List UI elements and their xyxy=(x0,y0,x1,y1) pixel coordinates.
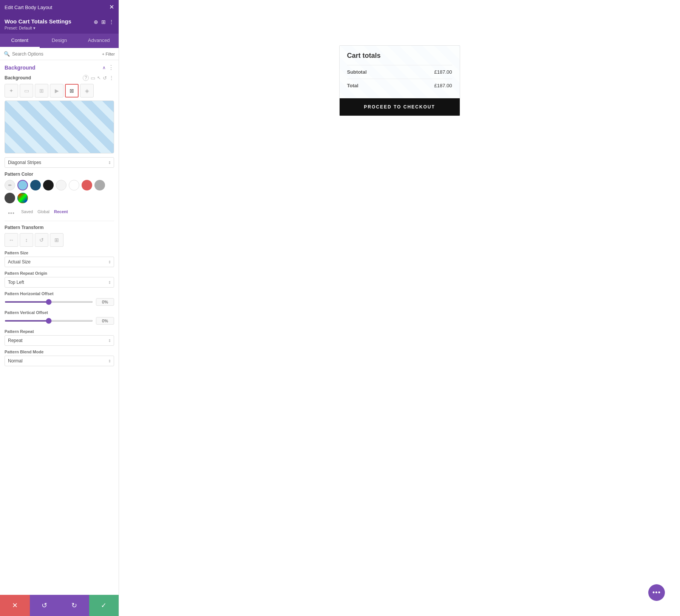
cart-widget: Cart totals Subtotal £187.00 Total £187.… xyxy=(339,45,460,116)
pattern-horizontal-offset-wrap xyxy=(5,298,114,306)
pattern-horizontal-offset-label: Pattern Horizontal Offset xyxy=(5,291,114,296)
background-label-row: Background ? ▭ ↖ ↺ ⋮ xyxy=(0,73,119,84)
pattern-vertical-offset-value[interactable] xyxy=(96,317,114,325)
module-icon-layout[interactable]: ⊞ xyxy=(101,19,106,25)
tab-bar: Content Design Advanced xyxy=(0,34,119,48)
pattern-preview xyxy=(5,101,114,153)
color-tab-global[interactable]: Global xyxy=(36,209,51,218)
color-swatch-blue-light[interactable] xyxy=(17,180,28,190)
color-swatch-black[interactable] xyxy=(43,180,54,190)
pattern-repeat-origin-field: Pattern Repeat Origin Top Left Top Cente… xyxy=(0,271,119,291)
search-input[interactable] xyxy=(12,51,100,57)
transform-flip-v[interactable]: ↕ xyxy=(20,233,33,247)
pattern-style-select[interactable]: Diagonal Stripes Horizontal Stripes Vert… xyxy=(5,157,114,168)
help-icon[interactable]: ? xyxy=(83,75,89,81)
redo-button[interactable]: ↻ xyxy=(59,595,89,616)
color-swatch-light-gray[interactable] xyxy=(56,180,66,190)
pattern-repeat-select[interactable]: Repeat Repeat X Repeat Y No Repeat xyxy=(5,335,114,346)
pattern-repeat-label: Pattern Repeat xyxy=(5,329,114,334)
module-icon-preview[interactable]: ⊕ xyxy=(94,19,98,25)
background-section-title: Background xyxy=(5,65,36,71)
main-content: Cart totals Subtotal £187.00 Total £187.… xyxy=(119,0,680,616)
cursor-icon[interactable]: ↖ xyxy=(97,75,101,80)
pattern-horizontal-offset-value[interactable] xyxy=(96,298,114,306)
subtotal-label: Subtotal xyxy=(347,69,367,75)
pattern-repeat-origin-label: Pattern Repeat Origin xyxy=(5,271,114,275)
subtotal-value: £187.00 xyxy=(434,69,452,75)
module-icon-more[interactable]: ⋮ xyxy=(109,19,114,25)
cart-row-total: Total £187.00 xyxy=(347,79,452,92)
floating-dots-button[interactable]: ••• xyxy=(648,584,665,601)
bg-type-mask[interactable]: ◈ xyxy=(80,84,94,98)
top-bar-title: Edit Cart Body Layout xyxy=(5,5,52,10)
background-section-header: Background ∧ ⋮ xyxy=(0,60,119,73)
color-more-btn[interactable]: ••• xyxy=(5,209,18,218)
background-type-row: ✦ ▭ ⊞ ▶ ⊠ ◈ xyxy=(0,84,119,101)
pattern-vertical-offset-section: Pattern Vertical Offset xyxy=(0,310,119,329)
collapse-icon[interactable]: ∧ xyxy=(102,65,106,70)
pattern-style-field: Diagonal Stripes Horizontal Stripes Vert… xyxy=(0,157,119,172)
color-tab-recent[interactable]: Recent xyxy=(53,209,70,218)
reset-field-icon[interactable]: ↺ xyxy=(103,75,107,81)
pattern-horizontal-offset-section: Pattern Horizontal Offset xyxy=(0,291,119,310)
save-button[interactable]: ✓ xyxy=(89,595,119,616)
pattern-color-label: Pattern Color xyxy=(5,172,114,177)
pattern-vertical-offset-label: Pattern Vertical Offset xyxy=(5,310,114,315)
cart-inner: Cart totals Subtotal £187.00 Total £187.… xyxy=(340,46,460,116)
bottom-toolbar: ✕ ↺ ↻ ✓ xyxy=(0,595,119,616)
total-label: Total xyxy=(347,83,359,88)
cancel-button[interactable]: ✕ xyxy=(0,595,30,616)
bg-type-color[interactable]: ▭ xyxy=(20,84,33,98)
pattern-blend-mode-select[interactable]: Normal Multiply Screen Overlay Darken Li… xyxy=(5,356,114,366)
transform-flip-h[interactable]: ↔ xyxy=(5,233,18,247)
color-swatch-custom[interactable] xyxy=(17,193,28,203)
eyedropper-btn[interactable]: ✏ xyxy=(5,180,15,190)
bg-type-none[interactable]: ✦ xyxy=(5,84,18,98)
cart-row-subtotal: Subtotal £187.00 xyxy=(347,65,452,79)
color-swatch-gray[interactable] xyxy=(94,180,105,190)
divider-1 xyxy=(5,221,114,221)
total-value: £187.00 xyxy=(434,83,452,88)
color-swatch-dark-gray[interactable] xyxy=(5,193,15,203)
pattern-transform-label: Pattern Transform xyxy=(5,225,114,230)
pattern-transform-section: Pattern Transform ↔ ↕ ↺ ⊞ xyxy=(0,225,119,251)
color-swatch-blue-dark[interactable] xyxy=(30,180,41,190)
reset-button[interactable]: ↺ xyxy=(30,595,60,616)
desktop-icon[interactable]: ▭ xyxy=(91,75,95,81)
pattern-repeat-origin-select[interactable]: Top Left Top Center Top Right Center Bot… xyxy=(5,277,114,288)
transform-reset[interactable]: ⊞ xyxy=(50,233,63,247)
sidebar-content: Background ∧ ⋮ Background ? ▭ ↖ ↺ ⋮ ✦ ▭ … xyxy=(0,60,119,616)
filter-button[interactable]: + Filter xyxy=(102,52,115,56)
tab-content[interactable]: Content xyxy=(0,34,40,48)
pattern-vertical-offset-slider[interactable] xyxy=(5,320,93,322)
module-header: Woo Cart Totals Settings Preset: Default… xyxy=(0,14,119,34)
pattern-size-label: Pattern Size xyxy=(5,251,114,255)
pattern-size-select[interactable]: Actual Size Cover Contain Custom xyxy=(5,257,114,267)
tab-design[interactable]: Design xyxy=(40,34,79,48)
transform-rotate[interactable]: ↺ xyxy=(35,233,48,247)
color-tabs-row: ••• Saved Global Recent xyxy=(0,207,119,221)
pattern-color-section: Pattern Color ✏ xyxy=(0,172,119,207)
section-more-icon[interactable]: ⋮ xyxy=(108,64,114,71)
color-swatches: ✏ xyxy=(5,180,114,203)
pattern-horizontal-offset-slider[interactable] xyxy=(5,301,93,303)
bg-type-pattern[interactable]: ⊠ xyxy=(65,84,79,98)
module-preset[interactable]: Preset: Default ▾ xyxy=(5,26,71,31)
background-label-icons: ? ▭ ↖ ↺ ⋮ xyxy=(83,75,114,81)
section-controls: ∧ ⋮ xyxy=(102,64,114,71)
tab-advanced[interactable]: Advanced xyxy=(79,34,119,48)
pattern-vertical-offset-wrap xyxy=(5,317,114,325)
color-swatch-white[interactable] xyxy=(69,180,79,190)
color-swatch-red[interactable] xyxy=(82,180,92,190)
top-bar: Edit Cart Body Layout ✕ xyxy=(0,0,119,14)
pattern-blend-mode-field: Pattern Blend Mode Normal Multiply Scree… xyxy=(0,350,119,370)
bg-type-video[interactable]: ▶ xyxy=(50,84,63,98)
transform-buttons: ↔ ↕ ↺ ⊞ xyxy=(5,233,114,247)
close-icon[interactable]: ✕ xyxy=(109,4,114,10)
search-icon: 🔍 xyxy=(4,51,10,57)
field-more-icon[interactable]: ⋮ xyxy=(109,75,114,81)
pattern-repeat-field: Pattern Repeat Repeat Repeat X Repeat Y … xyxy=(0,329,119,350)
color-tab-saved[interactable]: Saved xyxy=(20,209,34,218)
bg-type-image[interactable]: ⊞ xyxy=(35,84,48,98)
checkout-button[interactable]: PROCEED TO CHECKOUT xyxy=(340,98,460,116)
